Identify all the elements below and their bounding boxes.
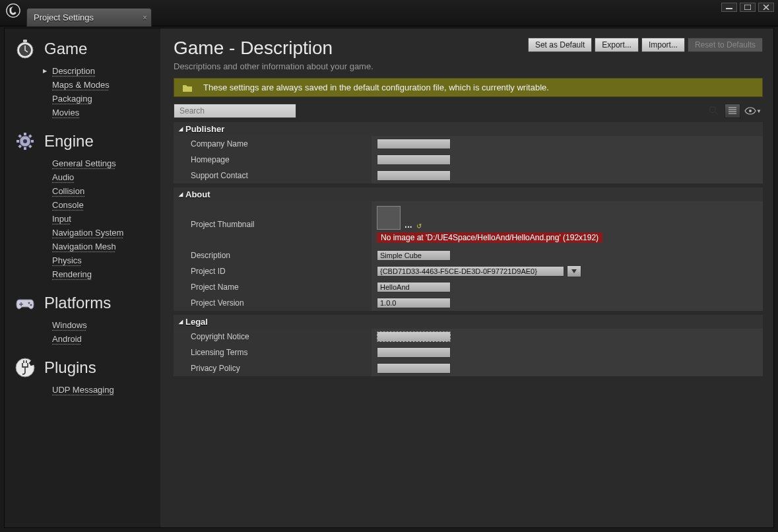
list-view-button[interactable] (725, 104, 740, 118)
setting-label: Licensing Terms (174, 345, 372, 360)
sidebar-item-collision[interactable]: Collision (52, 184, 158, 198)
unreal-logo-icon (0, 0, 26, 21)
config-writable-banner: These settings are always saved in the d… (174, 78, 763, 97)
svg-rect-12 (16, 140, 19, 143)
settings-content: Game - Description Descriptions and othe… (160, 28, 773, 527)
category-platforms: Platforms (13, 288, 158, 318)
dropdown-button[interactable] (567, 265, 581, 277)
field-support-contact[interactable] (377, 170, 451, 181)
settings-sidebar: Game DescriptionMaps & ModesPackagingMov… (5, 28, 160, 527)
svg-rect-10 (24, 147, 26, 150)
svg-rect-1 (726, 8, 732, 9)
field-licensing-terms[interactable] (377, 347, 451, 358)
browse-button[interactable]: ... (405, 219, 412, 230)
sidebar-item-console[interactable]: Console (52, 198, 158, 212)
setting-label: Project Version (174, 295, 372, 311)
category-title: Platforms (44, 294, 111, 312)
section-header-about[interactable]: ◢About (174, 187, 763, 201)
sidebar-item-android[interactable]: Android (52, 332, 158, 346)
setting-label: Copyright Notice (174, 329, 372, 345)
sidebar-item-audio[interactable]: Audio (52, 170, 158, 184)
field-privacy-policy[interactable] (377, 363, 451, 374)
visibility-button[interactable]: ▼ (743, 106, 763, 116)
close-button[interactable] (758, 3, 774, 12)
setting-label: Project ID (174, 263, 372, 279)
field-project-id[interactable] (377, 266, 564, 277)
category-plugins: Plugins (13, 352, 158, 383)
setting-row: Homepage (174, 152, 763, 168)
sidebar-item-description[interactable]: Description (52, 64, 158, 78)
export-button[interactable]: Export... (595, 38, 639, 52)
field-homepage[interactable] (377, 154, 451, 165)
set-default-button[interactable]: Set as Default (528, 38, 592, 52)
setting-row: Description (174, 248, 763, 263)
page-title: Game - Description (174, 38, 373, 59)
setting-label: Support Contact (174, 168, 372, 183)
field-copyright-notice[interactable] (377, 331, 451, 342)
setting-row: Support Contact (174, 168, 763, 183)
svg-point-17 (30, 304, 32, 306)
svg-point-7 (23, 139, 27, 143)
section-header-publisher[interactable]: ◢Publisher (174, 122, 763, 136)
category-title: Game (44, 40, 87, 58)
setting-label: Company Name (174, 136, 372, 152)
sidebar-item-general-settings[interactable]: General Settings (52, 156, 158, 170)
sidebar-item-packaging[interactable]: Packaging (52, 92, 158, 106)
gear-icon (13, 129, 38, 154)
field-company-name[interactable] (377, 139, 451, 149)
page-subtitle: Descriptions and other information about… (174, 61, 373, 71)
category-title: Engine (44, 132, 94, 150)
field-project-name[interactable] (377, 282, 451, 292)
category-engine: Engine (13, 126, 158, 156)
sidebar-item-navigation-mesh[interactable]: Navigation Mesh (52, 240, 158, 253)
tab-label: Project Settings (34, 13, 94, 22)
sidebar-item-navigation-system[interactable]: Navigation System (52, 226, 158, 240)
setting-row: Company Name (174, 136, 763, 152)
svg-rect-5 (23, 40, 27, 42)
search-input[interactable] (174, 104, 296, 118)
setting-label: Homepage (174, 152, 372, 168)
setting-row: Privacy Policy (174, 360, 763, 376)
tab-close-icon[interactable]: × (143, 13, 147, 22)
setting-row: Licensing Terms (174, 345, 763, 360)
category-title: Plugins (44, 358, 96, 377)
search-icon[interactable] (709, 106, 719, 116)
sidebar-item-input[interactable]: Input (52, 212, 158, 226)
collapse-icon: ◢ (179, 126, 183, 132)
sidebar-item-rendering[interactable]: Rendering (52, 267, 158, 281)
setting-row: Project Name (174, 279, 763, 295)
stopwatch-icon (13, 36, 38, 61)
setting-label: Project Name (174, 279, 372, 295)
minimize-button[interactable] (721, 3, 737, 12)
sidebar-item-udp-messaging[interactable]: UDP Messaging (52, 383, 158, 397)
sidebar-item-maps-modes[interactable]: Maps & Modes (52, 78, 158, 92)
thumbnail-preview[interactable] (377, 206, 401, 230)
import-button[interactable]: Import... (641, 38, 685, 52)
collapse-icon: ◢ (179, 191, 183, 197)
titlebar: Project Settings × (0, 0, 778, 26)
collapse-icon: ◢ (179, 319, 183, 325)
setting-label: Privacy Policy (174, 360, 372, 376)
svg-rect-2 (744, 5, 751, 10)
banner-text: These settings are always saved in the d… (203, 83, 549, 92)
setting-row: Project ID (174, 263, 763, 279)
setting-row: Project Thumbnail ... ↺ No image at 'D:/… (174, 201, 763, 248)
setting-label: Description (174, 248, 372, 263)
svg-rect-14 (24, 133, 26, 135)
svg-rect-8 (31, 140, 34, 143)
thumbnail-error: No image at 'D:/UE4Space/HelloAnd/HelloA… (377, 232, 602, 243)
tab-project-settings[interactable]: Project Settings × (26, 8, 152, 26)
sidebar-item-movies[interactable]: Movies (52, 106, 158, 119)
reset-defaults-button: Reset to Defaults (688, 38, 763, 52)
field-description[interactable] (377, 250, 451, 261)
svg-point-0 (7, 4, 20, 17)
field-project-version[interactable] (377, 298, 451, 308)
maximize-button[interactable] (740, 3, 756, 12)
category-game: Game (13, 34, 158, 64)
sidebar-item-physics[interactable]: Physics (52, 253, 158, 267)
reset-icon[interactable]: ↺ (416, 222, 422, 230)
svg-point-21 (749, 110, 752, 112)
sidebar-item-windows[interactable]: Windows (52, 318, 158, 332)
svg-point-16 (28, 302, 30, 304)
section-header-legal[interactable]: ◢Legal (174, 315, 763, 329)
